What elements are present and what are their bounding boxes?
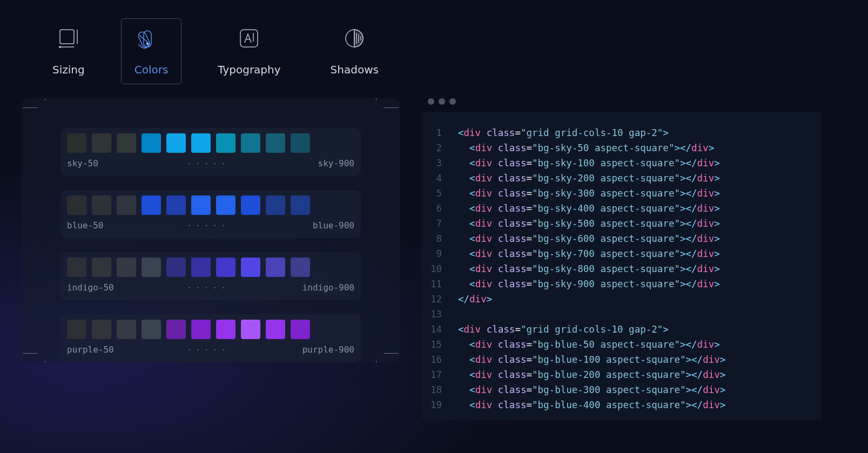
swatch (241, 133, 260, 153)
palette-dots: ····· (187, 282, 229, 293)
palette-dots: ····· (187, 220, 229, 231)
swatch (291, 195, 310, 215)
palette-end-label: indigo-900 (302, 282, 354, 293)
palette-start-label: sky-50 (67, 158, 98, 168)
swatch (291, 258, 310, 277)
traffic-dot (439, 98, 445, 105)
code-line: <div class="bg-sky-500 aspect-square"></… (458, 216, 725, 231)
tab-shadows[interactable]: Shadows (317, 18, 392, 84)
swatch (216, 320, 235, 339)
palette-end-label: purple-900 (302, 344, 354, 355)
swatch (216, 195, 235, 215)
typography-icon (235, 26, 263, 50)
tab-typography[interactable]: Typography (204, 18, 294, 84)
swatch (266, 320, 285, 339)
svg-point-8 (146, 43, 149, 45)
palette-row-blue: blue-50·····blue-900 (60, 190, 361, 238)
code-line: <div class="bg-sky-900 aspect-square"></… (458, 276, 725, 292)
colors-icon (137, 26, 165, 50)
code-line: <div class="bg-sky-100 aspect-square"></… (458, 155, 725, 171)
code-scroll[interactable]: 12345678910111213141516171819 <div class… (421, 112, 821, 420)
swatch (216, 258, 235, 277)
palette-start-label: purple-50 (67, 344, 114, 355)
tab-label: Sizing (52, 63, 85, 76)
sizing-icon (55, 26, 83, 50)
traffic-dot (428, 98, 434, 105)
swatch (266, 133, 285, 153)
swatch (142, 133, 161, 153)
code-line: <div class="bg-blue-300 aspect-square"><… (458, 382, 725, 397)
tab-label: Shadows (331, 63, 379, 76)
swatch (191, 258, 211, 277)
swatch (191, 320, 211, 339)
swatch (117, 195, 136, 215)
code-editor: 12345678910111213141516171819 <div class… (421, 98, 821, 420)
swatch (241, 195, 260, 215)
palette-start-label: indigo-50 (67, 282, 114, 293)
swatch (241, 320, 260, 339)
swatch (67, 195, 86, 215)
swatch (216, 133, 235, 153)
palette-row-indigo: indigo-50·····indigo-900 (60, 252, 361, 300)
code-line: <div class="bg-sky-600 aspect-square"></… (458, 231, 725, 246)
shadows-icon (340, 26, 368, 50)
swatch (117, 133, 136, 153)
tab-label: Typography (218, 63, 280, 76)
code-line: <div class="bg-blue-200 aspect-square"><… (458, 367, 725, 382)
palette-end-label: blue-900 (313, 220, 354, 231)
code-line: <div class="bg-blue-400 aspect-square"><… (458, 397, 725, 413)
code-line: </div> (458, 292, 725, 307)
swatch (166, 258, 186, 277)
swatch (166, 320, 186, 339)
code-line: <div class="bg-blue-50 aspect-square"></… (458, 337, 725, 352)
tab-colors[interactable]: Colors (121, 18, 182, 84)
swatch (92, 133, 111, 153)
swatch (266, 258, 285, 277)
swatch (92, 258, 111, 277)
palette-row-sky: sky-50·····sky-900 (60, 128, 361, 176)
tab-label: Colors (134, 63, 169, 76)
color-preview-panel: sky-50·····sky-900blue-50·····blue-900in… (22, 98, 400, 363)
code-line: <div class="grid grid-cols-10 gap-2"> (458, 322, 725, 337)
code-line: <div class="bg-sky-700 aspect-square"></… (458, 246, 725, 261)
palette-dots: ····· (187, 344, 229, 355)
swatch (291, 133, 310, 153)
svg-rect-9 (240, 30, 258, 47)
swatch (117, 320, 136, 339)
palette-dots: ····· (187, 158, 229, 168)
code-line: <div class="bg-sky-300 aspect-square"></… (458, 186, 725, 201)
code-line: <div class="bg-sky-50 aspect-square"></d… (458, 140, 725, 155)
swatch (266, 195, 285, 215)
swatch (142, 258, 161, 277)
swatch (142, 195, 161, 215)
swatch (191, 195, 211, 215)
swatch (117, 258, 136, 277)
palette-row-purple: purple-50·····purple-900 (60, 314, 361, 362)
palette-start-label: blue-50 (67, 220, 103, 231)
swatch (92, 195, 111, 215)
swatch (67, 258, 86, 277)
traffic-dot (449, 98, 456, 105)
palette-end-label: sky-900 (318, 158, 354, 168)
swatch (142, 320, 161, 339)
swatch (191, 133, 211, 153)
window-traffic-lights (421, 98, 821, 112)
tab-sizing[interactable]: Sizing (39, 18, 98, 84)
swatch (166, 195, 186, 215)
swatch (92, 320, 111, 339)
code-line: <div class="bg-sky-400 aspect-square"></… (458, 201, 725, 216)
swatch (67, 320, 86, 339)
svg-rect-0 (60, 30, 74, 44)
swatch (291, 320, 310, 339)
code-line: <div class="grid grid-cols-10 gap-2"> (458, 125, 725, 140)
code-line: <div class="bg-blue-100 aspect-square"><… (458, 352, 725, 367)
swatch (241, 258, 260, 277)
code-line (458, 307, 725, 322)
code-line: <div class="bg-sky-200 aspect-square"></… (458, 171, 725, 186)
swatch (166, 133, 186, 153)
swatch (67, 133, 86, 153)
code-line: <div class="bg-sky-800 aspect-square"></… (458, 261, 725, 276)
